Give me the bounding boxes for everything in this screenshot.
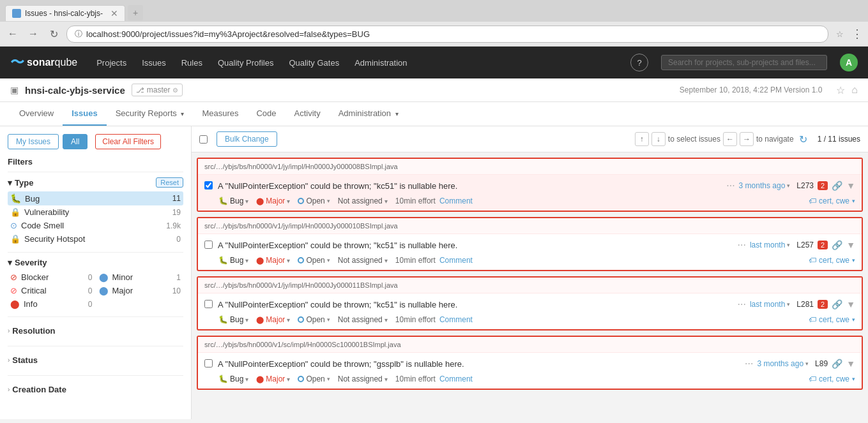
- tab-overview[interactable]: Overview: [10, 102, 63, 126]
- issue-tags[interactable]: 🏷 cert, cwe ▾: [809, 315, 855, 324]
- issue-filter-icon[interactable]: ▼: [846, 359, 855, 369]
- project-name[interactable]: hnsi-calc-ybjs-service: [25, 85, 125, 96]
- nav-left-button[interactable]: ←: [723, 132, 737, 146]
- tab-measures[interactable]: Measures: [193, 102, 247, 126]
- issue-dots-menu[interactable]: ···: [738, 299, 746, 310]
- issue-filter-icon[interactable]: ▼: [846, 299, 855, 309]
- resolution-filter-header[interactable]: › Resolution: [8, 322, 183, 339]
- nav-down-button[interactable]: ↓: [651, 132, 666, 146]
- my-issues-button[interactable]: My Issues: [8, 134, 59, 149]
- issue-type[interactable]: 🐛 Bug ▾: [218, 197, 248, 205]
- issue-checkbox[interactable]: [204, 181, 213, 189]
- issue-filter-icon[interactable]: ▼: [846, 240, 855, 250]
- type-filter-header[interactable]: ▾ Type Reset: [8, 177, 183, 188]
- issue-row[interactable]: A "NullPointerException" could be thrown…: [198, 293, 862, 329]
- bulk-change-button[interactable]: Bulk Change: [217, 131, 277, 147]
- severity-blocker[interactable]: ⊘Blocker 0: [8, 271, 95, 283]
- issue-status[interactable]: Open ▾: [298, 315, 330, 324]
- issue-tags[interactable]: 🏷 cert, cwe ▾: [809, 197, 855, 205]
- status-filter-header[interactable]: › Status: [8, 352, 183, 369]
- issue-link-icon[interactable]: 🔗: [832, 299, 842, 309]
- back-button[interactable]: ←: [5, 26, 20, 41]
- issue-comment-button[interactable]: Comment: [439, 256, 473, 265]
- tab-security-reports[interactable]: Security Reports ▾: [107, 102, 194, 126]
- issue-severity[interactable]: ⬤ Major ▾: [256, 315, 290, 324]
- issue-dots-menu[interactable]: ···: [745, 358, 753, 369]
- issue-filter-icon[interactable]: ▼: [846, 181, 855, 191]
- nav-quality-gates[interactable]: Quality Gates: [282, 56, 346, 70]
- issue-status[interactable]: Open ▾: [298, 375, 330, 383]
- nav-rules[interactable]: Rules: [175, 56, 209, 70]
- issue-title-text[interactable]: A "NullPointerException" could be thrown…: [218, 300, 734, 309]
- issue-assignee[interactable]: Not assigned ▾: [338, 197, 388, 205]
- nav-projects[interactable]: Projects: [90, 56, 133, 70]
- tab-code[interactable]: Code: [247, 102, 285, 126]
- bookmark-icon[interactable]: ☆: [836, 29, 844, 39]
- filter-item-security-hotspot[interactable]: 🔒 Security Hotspot 0: [8, 232, 183, 246]
- issue-severity[interactable]: ⬤ Major ▾: [256, 375, 290, 383]
- address-box[interactable]: ⓘ localhost:9000/project/issues?id=my%3A…: [66, 26, 828, 43]
- issue-tags[interactable]: 🏷 cert, cwe ▾: [809, 375, 855, 383]
- issue-comment-button[interactable]: Comment: [439, 375, 473, 383]
- issue-tags[interactable]: 🏷 cert, cwe ▾: [809, 256, 855, 265]
- severity-info[interactable]: ⬤Major 10: [96, 285, 184, 297]
- filter-item-bug[interactable]: 🐛 Bug 11: [8, 191, 183, 205]
- issue-dots-menu[interactable]: ···: [738, 239, 746, 251]
- issue-type[interactable]: 🐛 Bug ▾: [218, 256, 248, 265]
- filter-item-vulnerability[interactable]: 🔒 Vulnerability 19: [8, 205, 183, 219]
- issue-title-text[interactable]: A "NullPointerException" could be thrown…: [218, 359, 741, 369]
- issue-status[interactable]: Open ▾: [298, 197, 330, 205]
- new-tab-button[interactable]: +: [128, 5, 143, 20]
- help-button[interactable]: ?: [630, 54, 648, 71]
- issue-link-icon[interactable]: 🔗: [832, 181, 842, 191]
- filter-item-code-smell[interactable]: ⊙ Code Smell 1.9k: [8, 219, 183, 232]
- reload-button[interactable]: ↻: [46, 26, 61, 41]
- forward-button[interactable]: →: [26, 26, 41, 41]
- tab-issues[interactable]: Issues: [63, 102, 106, 126]
- tab-activity[interactable]: Activity: [286, 102, 330, 126]
- issue-assignee[interactable]: Not assigned ▾: [338, 315, 388, 324]
- issue-link-icon[interactable]: 🔗: [832, 359, 842, 369]
- menu-icon[interactable]: ⋮: [851, 27, 863, 41]
- issue-checkbox[interactable]: [204, 300, 213, 308]
- issue-severity[interactable]: ⬤ Major ▾: [256, 256, 290, 265]
- nav-right-button[interactable]: →: [740, 132, 754, 146]
- issue-assignee[interactable]: Not assigned ▾: [338, 375, 388, 383]
- clear-all-filters-button[interactable]: Clear All Filters: [95, 134, 161, 149]
- nav-quality-profiles[interactable]: Quality Profiles: [211, 56, 280, 70]
- nav-issues[interactable]: Issues: [135, 56, 172, 70]
- sonarqube-logo[interactable]: 〜 sonarqube: [10, 53, 77, 72]
- severity-minor[interactable]: ⬤Minor 1: [96, 271, 184, 283]
- tab-close-button[interactable]: ✕: [110, 8, 118, 19]
- issue-status[interactable]: Open ▾: [298, 256, 330, 265]
- select-all-checkbox[interactable]: [199, 135, 208, 144]
- issue-row[interactable]: A "NullPointerException" could be thrown…: [198, 175, 862, 211]
- issue-comment-button[interactable]: Comment: [439, 197, 473, 205]
- browser-tab[interactable]: Issues - hnsi-calc-ybjs- ✕: [5, 5, 125, 21]
- type-reset-button[interactable]: Reset: [156, 177, 183, 188]
- tab-administration[interactable]: Administration ▾: [330, 102, 407, 126]
- severity-filter-header[interactable]: ▾ Severity: [8, 258, 183, 267]
- issue-checkbox[interactable]: [204, 359, 213, 367]
- issue-severity[interactable]: ⬤ Major ▾: [256, 197, 290, 205]
- issue-type[interactable]: 🐛 Bug ▾: [218, 375, 248, 383]
- severity-critical[interactable]: ⊘Critical 0: [8, 285, 95, 297]
- issue-link-icon[interactable]: 🔗: [832, 240, 842, 250]
- creation-date-filter-header[interactable]: › Creation Date: [8, 381, 183, 398]
- all-issues-button[interactable]: All: [63, 134, 88, 149]
- project-branch[interactable]: ⎇ master ⚙: [132, 84, 183, 96]
- home-nav-icon[interactable]: ⌂: [851, 84, 858, 96]
- issue-title-text[interactable]: A "NullPointerException" could be thrown…: [218, 241, 734, 250]
- issue-comment-button[interactable]: Comment: [439, 315, 473, 324]
- issue-title-text[interactable]: A "NullPointerException" could be thrown…: [218, 181, 722, 191]
- nav-up-button[interactable]: ↑: [635, 132, 649, 146]
- issue-assignee[interactable]: Not assigned ▾: [338, 256, 388, 265]
- issue-checkbox[interactable]: [204, 241, 213, 249]
- issue-row[interactable]: A "NullPointerException" could be thrown…: [198, 234, 862, 270]
- issue-dots-menu[interactable]: ···: [726, 180, 735, 191]
- sidebar-resizer[interactable]: [188, 126, 191, 419]
- global-search-input[interactable]: [661, 55, 827, 70]
- issue-row[interactable]: A "NullPointerException" could be thrown…: [198, 353, 862, 389]
- user-avatar[interactable]: A: [840, 54, 858, 71]
- refresh-icon[interactable]: ↻: [799, 133, 807, 145]
